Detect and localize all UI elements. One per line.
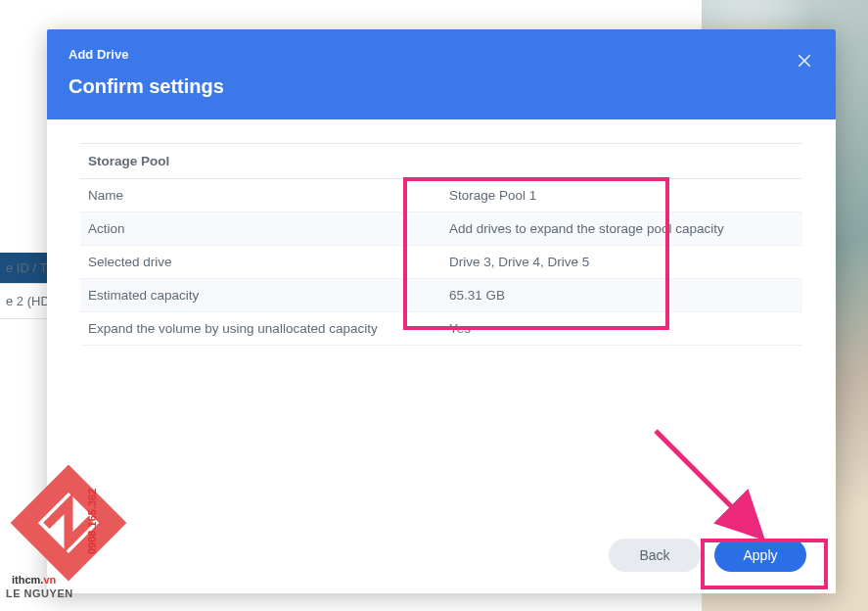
svg-line-0 xyxy=(656,431,752,527)
table-row: Name Storage Pool 1 xyxy=(80,179,802,212)
row-value: Yes xyxy=(441,312,802,346)
row-key: Selected drive xyxy=(80,246,441,279)
dialog-header: Add Drive Confirm settings xyxy=(47,29,836,119)
row-value: Add drives to expand the storage pool ca… xyxy=(441,212,802,246)
row-key: Action xyxy=(80,212,441,246)
table-row: Action Add drives to expand the storage … xyxy=(80,212,802,246)
close-icon xyxy=(798,54,811,68)
dialog-window-title: Add Drive xyxy=(69,47,814,62)
section-header: Storage Pool xyxy=(80,144,802,179)
row-value: Drive 3, Drive 4, Drive 5 xyxy=(441,246,802,279)
table-row: Estimated capacity 65.31 GB xyxy=(80,279,802,312)
row-key: Expand the volume by using unallocated c… xyxy=(80,312,441,346)
row-key: Estimated capacity xyxy=(80,279,441,312)
confirm-settings-table: Storage Pool Name Storage Pool 1 Action … xyxy=(80,143,802,346)
row-key: Name xyxy=(80,179,441,212)
annotation-arrow xyxy=(646,421,783,558)
row-value: 65.31 GB xyxy=(441,279,802,312)
table-row: Selected drive Drive 3, Drive 4, Drive 5 xyxy=(80,246,802,279)
row-value: Storage Pool 1 xyxy=(441,179,802,212)
table-row: Expand the volume by using unallocated c… xyxy=(80,312,802,346)
close-button[interactable] xyxy=(791,47,818,74)
page-title: Confirm settings xyxy=(69,75,814,98)
